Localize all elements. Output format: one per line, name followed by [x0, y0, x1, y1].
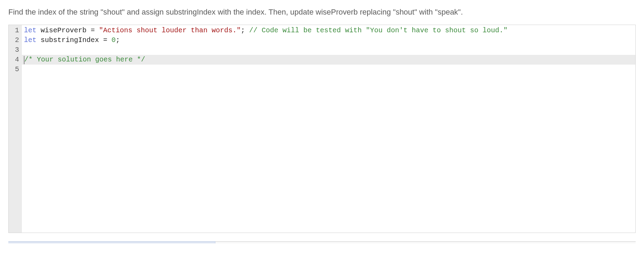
code-token — [107, 36, 112, 44]
code-line[interactable] — [22, 45, 635, 55]
code-token: "Actions shout louder than words." — [99, 26, 241, 34]
code-token: = — [91, 26, 95, 34]
code-line[interactable]: let wiseProverb = "Actions shout louder … — [22, 26, 635, 35]
code-editor[interactable]: 12345 let wiseProverb = "Actions shout l… — [8, 25, 636, 233]
footer-seg-inactive — [215, 241, 636, 243]
code-token — [36, 36, 41, 44]
code-token: wiseProverb — [41, 26, 86, 34]
code-area[interactable]: let wiseProverb = "Actions shout louder … — [22, 25, 635, 233]
code-token — [86, 26, 91, 34]
footer-bar — [8, 241, 636, 243]
instruction-text: Find the index of the string "shout" and… — [8, 6, 636, 18]
code-line[interactable] — [22, 65, 635, 74]
line-number: 5 — [14, 65, 19, 74]
line-number: 4 — [14, 55, 19, 65]
code-token — [245, 26, 249, 34]
code-token — [95, 26, 99, 34]
code-token: // Code will be tested with "You don't h… — [249, 26, 507, 34]
code-token: /* Your solution goes here */ — [24, 56, 145, 64]
code-token: 0 — [112, 36, 116, 44]
code-line[interactable]: let substringIndex = 0; — [22, 35, 635, 45]
code-token — [36, 26, 41, 34]
line-number: 3 — [14, 45, 19, 55]
line-number: 2 — [14, 35, 19, 45]
text-cursor — [24, 56, 24, 64]
code-token: ; — [116, 36, 120, 44]
footer-seg-active — [8, 241, 215, 243]
code-token: let — [24, 36, 36, 44]
code-token: let — [24, 26, 36, 34]
code-token: = — [103, 36, 107, 44]
gutter: 12345 — [9, 25, 22, 233]
line-number: 1 — [14, 26, 19, 35]
code-line[interactable]: /* Your solution goes here */ — [22, 55, 635, 65]
code-token — [99, 36, 103, 44]
code-token: substringIndex — [41, 36, 99, 44]
code-token: ; — [241, 26, 245, 34]
